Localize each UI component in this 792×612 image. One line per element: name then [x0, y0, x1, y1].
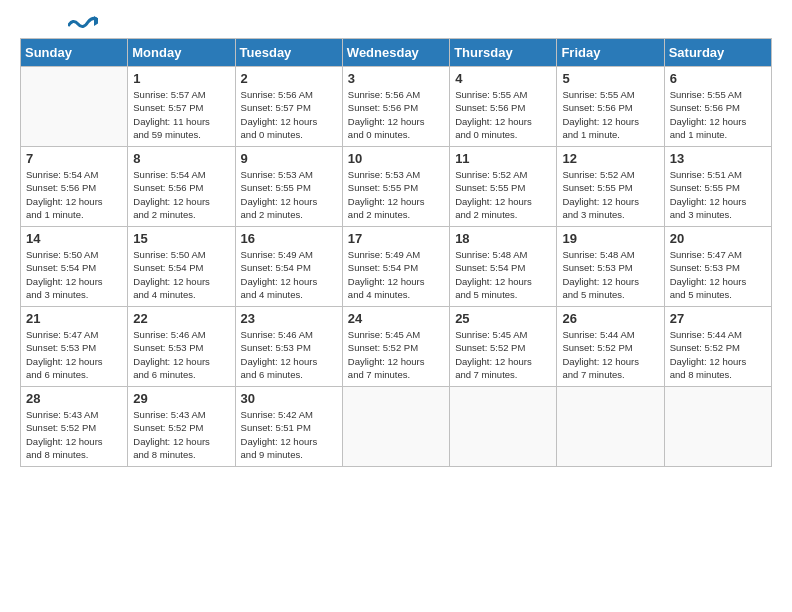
day-info: Sunrise: 5:52 AM Sunset: 5:55 PM Dayligh…	[455, 168, 551, 221]
logo-wave-icon	[68, 16, 98, 34]
weekday-header-sunday: Sunday	[21, 39, 128, 67]
calendar-cell: 24Sunrise: 5:45 AM Sunset: 5:52 PM Dayli…	[342, 307, 449, 387]
day-info: Sunrise: 5:46 AM Sunset: 5:53 PM Dayligh…	[241, 328, 337, 381]
calendar-cell	[557, 387, 664, 467]
svg-marker-0	[94, 16, 98, 26]
day-number: 1	[133, 71, 229, 86]
calendar-cell: 26Sunrise: 5:44 AM Sunset: 5:52 PM Dayli…	[557, 307, 664, 387]
weekday-header-saturday: Saturday	[664, 39, 771, 67]
calendar-cell: 17Sunrise: 5:49 AM Sunset: 5:54 PM Dayli…	[342, 227, 449, 307]
calendar-cell: 3Sunrise: 5:56 AM Sunset: 5:56 PM Daylig…	[342, 67, 449, 147]
day-number: 19	[562, 231, 658, 246]
weekday-header-friday: Friday	[557, 39, 664, 67]
calendar-cell: 9Sunrise: 5:53 AM Sunset: 5:55 PM Daylig…	[235, 147, 342, 227]
day-info: Sunrise: 5:47 AM Sunset: 5:53 PM Dayligh…	[670, 248, 766, 301]
day-number: 20	[670, 231, 766, 246]
calendar-cell: 16Sunrise: 5:49 AM Sunset: 5:54 PM Dayli…	[235, 227, 342, 307]
weekday-header-thursday: Thursday	[450, 39, 557, 67]
calendar-cell: 13Sunrise: 5:51 AM Sunset: 5:55 PM Dayli…	[664, 147, 771, 227]
calendar-cell: 5Sunrise: 5:55 AM Sunset: 5:56 PM Daylig…	[557, 67, 664, 147]
calendar-cell: 20Sunrise: 5:47 AM Sunset: 5:53 PM Dayli…	[664, 227, 771, 307]
day-number: 7	[26, 151, 122, 166]
day-number: 25	[455, 311, 551, 326]
day-info: Sunrise: 5:47 AM Sunset: 5:53 PM Dayligh…	[26, 328, 122, 381]
calendar-cell: 28Sunrise: 5:43 AM Sunset: 5:52 PM Dayli…	[21, 387, 128, 467]
calendar-cell: 7Sunrise: 5:54 AM Sunset: 5:56 PM Daylig…	[21, 147, 128, 227]
day-info: Sunrise: 5:52 AM Sunset: 5:55 PM Dayligh…	[562, 168, 658, 221]
calendar-header-row: SundayMondayTuesdayWednesdayThursdayFrid…	[21, 39, 772, 67]
calendar-cell: 10Sunrise: 5:53 AM Sunset: 5:55 PM Dayli…	[342, 147, 449, 227]
calendar-cell: 14Sunrise: 5:50 AM Sunset: 5:54 PM Dayli…	[21, 227, 128, 307]
day-info: Sunrise: 5:43 AM Sunset: 5:52 PM Dayligh…	[26, 408, 122, 461]
day-info: Sunrise: 5:48 AM Sunset: 5:53 PM Dayligh…	[562, 248, 658, 301]
day-info: Sunrise: 5:55 AM Sunset: 5:56 PM Dayligh…	[562, 88, 658, 141]
logo	[20, 20, 98, 28]
day-number: 5	[562, 71, 658, 86]
calendar-cell	[450, 387, 557, 467]
calendar-table: SundayMondayTuesdayWednesdayThursdayFrid…	[20, 38, 772, 467]
day-info: Sunrise: 5:45 AM Sunset: 5:52 PM Dayligh…	[348, 328, 444, 381]
calendar-cell	[664, 387, 771, 467]
calendar-cell: 15Sunrise: 5:50 AM Sunset: 5:54 PM Dayli…	[128, 227, 235, 307]
day-info: Sunrise: 5:44 AM Sunset: 5:52 PM Dayligh…	[670, 328, 766, 381]
calendar-week-3: 14Sunrise: 5:50 AM Sunset: 5:54 PM Dayli…	[21, 227, 772, 307]
day-info: Sunrise: 5:42 AM Sunset: 5:51 PM Dayligh…	[241, 408, 337, 461]
calendar-cell: 8Sunrise: 5:54 AM Sunset: 5:56 PM Daylig…	[128, 147, 235, 227]
day-info: Sunrise: 5:46 AM Sunset: 5:53 PM Dayligh…	[133, 328, 229, 381]
day-number: 4	[455, 71, 551, 86]
day-number: 17	[348, 231, 444, 246]
calendar-cell: 11Sunrise: 5:52 AM Sunset: 5:55 PM Dayli…	[450, 147, 557, 227]
day-number: 24	[348, 311, 444, 326]
calendar-cell: 21Sunrise: 5:47 AM Sunset: 5:53 PM Dayli…	[21, 307, 128, 387]
weekday-header-wednesday: Wednesday	[342, 39, 449, 67]
calendar-cell: 18Sunrise: 5:48 AM Sunset: 5:54 PM Dayli…	[450, 227, 557, 307]
calendar-cell: 22Sunrise: 5:46 AM Sunset: 5:53 PM Dayli…	[128, 307, 235, 387]
day-number: 13	[670, 151, 766, 166]
day-number: 3	[348, 71, 444, 86]
day-number: 16	[241, 231, 337, 246]
calendar-week-1: 1Sunrise: 5:57 AM Sunset: 5:57 PM Daylig…	[21, 67, 772, 147]
calendar-week-5: 28Sunrise: 5:43 AM Sunset: 5:52 PM Dayli…	[21, 387, 772, 467]
calendar-cell: 6Sunrise: 5:55 AM Sunset: 5:56 PM Daylig…	[664, 67, 771, 147]
day-info: Sunrise: 5:54 AM Sunset: 5:56 PM Dayligh…	[26, 168, 122, 221]
day-info: Sunrise: 5:50 AM Sunset: 5:54 PM Dayligh…	[133, 248, 229, 301]
day-info: Sunrise: 5:56 AM Sunset: 5:57 PM Dayligh…	[241, 88, 337, 141]
calendar-cell: 2Sunrise: 5:56 AM Sunset: 5:57 PM Daylig…	[235, 67, 342, 147]
calendar-cell: 12Sunrise: 5:52 AM Sunset: 5:55 PM Dayli…	[557, 147, 664, 227]
day-info: Sunrise: 5:54 AM Sunset: 5:56 PM Dayligh…	[133, 168, 229, 221]
calendar-cell: 4Sunrise: 5:55 AM Sunset: 5:56 PM Daylig…	[450, 67, 557, 147]
calendar-cell: 1Sunrise: 5:57 AM Sunset: 5:57 PM Daylig…	[128, 67, 235, 147]
calendar-cell	[342, 387, 449, 467]
day-number: 26	[562, 311, 658, 326]
calendar-week-4: 21Sunrise: 5:47 AM Sunset: 5:53 PM Dayli…	[21, 307, 772, 387]
calendar-body: 1Sunrise: 5:57 AM Sunset: 5:57 PM Daylig…	[21, 67, 772, 467]
calendar-cell: 29Sunrise: 5:43 AM Sunset: 5:52 PM Dayli…	[128, 387, 235, 467]
day-number: 8	[133, 151, 229, 166]
day-number: 23	[241, 311, 337, 326]
day-info: Sunrise: 5:55 AM Sunset: 5:56 PM Dayligh…	[670, 88, 766, 141]
day-number: 29	[133, 391, 229, 406]
day-info: Sunrise: 5:55 AM Sunset: 5:56 PM Dayligh…	[455, 88, 551, 141]
page-header	[20, 20, 772, 28]
day-number: 15	[133, 231, 229, 246]
day-number: 6	[670, 71, 766, 86]
day-number: 10	[348, 151, 444, 166]
day-info: Sunrise: 5:57 AM Sunset: 5:57 PM Dayligh…	[133, 88, 229, 141]
day-number: 18	[455, 231, 551, 246]
day-info: Sunrise: 5:56 AM Sunset: 5:56 PM Dayligh…	[348, 88, 444, 141]
day-number: 11	[455, 151, 551, 166]
day-number: 28	[26, 391, 122, 406]
day-info: Sunrise: 5:51 AM Sunset: 5:55 PM Dayligh…	[670, 168, 766, 221]
day-info: Sunrise: 5:44 AM Sunset: 5:52 PM Dayligh…	[562, 328, 658, 381]
day-number: 27	[670, 311, 766, 326]
weekday-header-monday: Monday	[128, 39, 235, 67]
calendar-cell: 27Sunrise: 5:44 AM Sunset: 5:52 PM Dayli…	[664, 307, 771, 387]
calendar-week-2: 7Sunrise: 5:54 AM Sunset: 5:56 PM Daylig…	[21, 147, 772, 227]
day-number: 2	[241, 71, 337, 86]
calendar-cell: 30Sunrise: 5:42 AM Sunset: 5:51 PM Dayli…	[235, 387, 342, 467]
day-info: Sunrise: 5:45 AM Sunset: 5:52 PM Dayligh…	[455, 328, 551, 381]
day-info: Sunrise: 5:49 AM Sunset: 5:54 PM Dayligh…	[348, 248, 444, 301]
day-info: Sunrise: 5:50 AM Sunset: 5:54 PM Dayligh…	[26, 248, 122, 301]
day-number: 22	[133, 311, 229, 326]
calendar-cell: 19Sunrise: 5:48 AM Sunset: 5:53 PM Dayli…	[557, 227, 664, 307]
